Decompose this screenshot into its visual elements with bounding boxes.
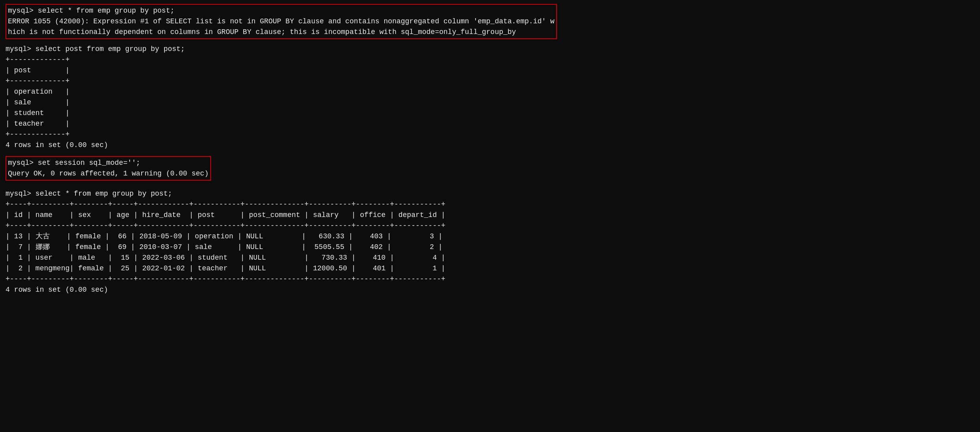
table-row-1: | operation | xyxy=(6,87,974,97)
command-1: mysql> select * from emp group by post; xyxy=(8,6,555,16)
table-sep2: +-------------+ xyxy=(6,76,974,87)
result-3: Query OK, 0 rows affected, 1 warning (0.… xyxy=(8,168,209,179)
command-4: mysql> select * from emp group by post; xyxy=(6,189,974,199)
full-table-row-4: | 2 | mengmeng| female | 25 | 2022-01-02… xyxy=(6,263,974,274)
full-table-sep1: +----+---------+--------+-----+---------… xyxy=(6,199,974,210)
full-table-row-2: | 7 | 娜娜 | female | 69 | 2010-03-07 | sa… xyxy=(6,242,974,253)
table-row-4: | teacher | xyxy=(6,119,974,129)
select-post-block: mysql> select post from emp group by pos… xyxy=(6,44,974,151)
select-all-block: mysql> select * from emp group by post; … xyxy=(6,189,974,295)
table-sep1: +-------------+ xyxy=(6,55,974,65)
error-line-2: hich is not functionally dependent on co… xyxy=(8,27,555,38)
result-2: 4 rows in set (0.00 sec) xyxy=(6,140,974,151)
terminal: mysql> select * from emp group by post; … xyxy=(6,4,974,295)
table-header: | post | xyxy=(6,65,974,76)
error-line-1: ERROR 1055 (42000): Expression #1 of SEL… xyxy=(8,16,555,27)
full-table-row-1: | 13 | 大古 | female | 66 | 2018-05-09 | o… xyxy=(6,231,974,242)
table-row-2: | sale | xyxy=(6,97,974,108)
error-block: mysql> select * from emp group by post; … xyxy=(6,4,974,41)
error-box: mysql> select * from emp group by post; … xyxy=(6,4,557,39)
table-sep3: +-------------+ xyxy=(6,129,974,140)
session-block: mysql> set session sql_mode=''; Query OK… xyxy=(6,156,974,182)
session-box: mysql> set session sql_mode=''; Query OK… xyxy=(6,156,211,181)
table-row-3: | student | xyxy=(6,108,974,119)
full-table-header: | id | name | sex | age | hire_date | po… xyxy=(6,210,974,221)
full-table-row-3: | 1 | user | male | 15 | 2022-03-06 | st… xyxy=(6,253,974,263)
command-2: mysql> select post from emp group by pos… xyxy=(6,44,974,55)
full-table-sep3: +----+---------+--------+-----+---------… xyxy=(6,274,974,285)
full-table-sep2: +----+---------+--------+-----+---------… xyxy=(6,221,974,231)
command-3: mysql> set session sql_mode=''; xyxy=(8,158,209,168)
result-4: 4 rows in set (0.00 sec) xyxy=(6,285,974,295)
